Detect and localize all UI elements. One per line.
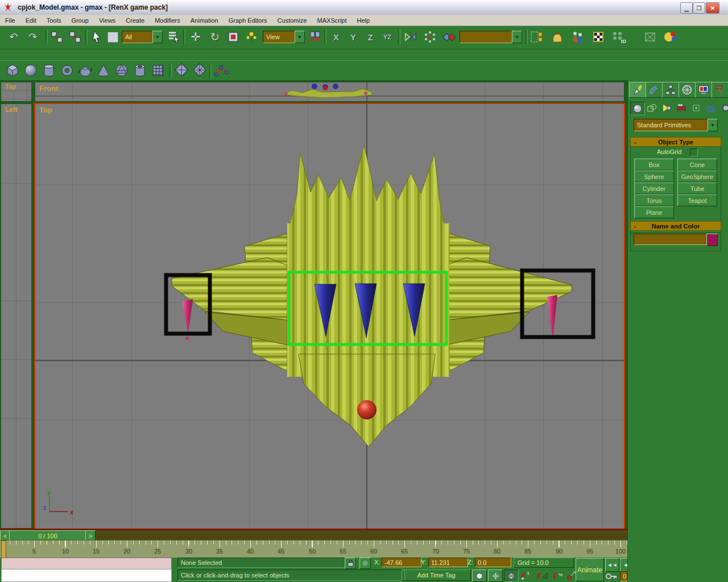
teapot-primitive-icon[interactable]	[77, 63, 93, 78]
viewport-mini-top[interactable]: Top	[1, 82, 31, 101]
angle-snap-toggle-button[interactable]	[536, 569, 551, 581]
plane-button[interactable]: Plane	[634, 206, 674, 218]
cameras-category-button[interactable]	[675, 102, 688, 114]
systems-category-button[interactable]	[719, 102, 728, 114]
select-and-move-icon[interactable]: ✛	[188, 29, 204, 45]
menu-tools[interactable]: Tools	[42, 17, 67, 24]
material-editor-icon[interactable]	[590, 29, 606, 45]
menu-modifiers[interactable]: Modifiers	[150, 17, 185, 24]
select-by-name-icon[interactable]	[166, 29, 182, 45]
animate-button[interactable]: Animate	[576, 558, 604, 581]
menu-graph-editors[interactable]: Graph Editors	[224, 17, 272, 24]
torus-primitive-icon[interactable]	[59, 63, 75, 78]
motion-panel-tab[interactable]	[679, 82, 696, 98]
tripatch-icon[interactable]	[192, 63, 208, 78]
restrict-x-button[interactable]: X	[329, 30, 344, 44]
select-and-rotate-icon[interactable]: ↻	[207, 29, 223, 45]
tube-primitive-icon[interactable]	[132, 63, 148, 78]
helpers-category-button[interactable]	[689, 102, 703, 114]
object-name-field[interactable]	[634, 234, 709, 245]
minimize-button[interactable]: ▁	[680, 2, 693, 14]
go-to-start-button[interactable]: ◄◄	[605, 558, 619, 572]
shapes-category-button[interactable]	[645, 102, 659, 114]
array-icon[interactable]	[422, 29, 438, 45]
snap-toggle-3-button[interactable]: 3	[520, 569, 535, 581]
menu-animation[interactable]: Animation	[185, 17, 224, 24]
select-object-icon[interactable]	[89, 29, 105, 45]
box-primitive-icon[interactable]	[5, 63, 20, 78]
axis-constraint-toggle-button[interactable]	[488, 569, 503, 582]
sphere-primitive-icon[interactable]	[23, 63, 39, 78]
tube-button[interactable]: Tube	[677, 182, 717, 194]
y-coordinate-field[interactable]: 11.231	[428, 558, 468, 567]
track-bar-ruler[interactable]: 5 10 15 20 25 30 35 40 45 50 55 60 65 70…	[0, 540, 628, 558]
primitives-category-dropdown[interactable]: Standard Primitives	[634, 119, 713, 131]
menu-maxscript[interactable]: MAXScript	[312, 17, 352, 24]
box-button[interactable]: Box	[634, 159, 674, 171]
selection-lock-button[interactable]	[345, 558, 356, 569]
model-creature[interactable]	[172, 145, 572, 447]
snap-3d-toggle-button[interactable]	[504, 569, 519, 582]
rectangular-selection-region-icon[interactable]	[105, 29, 121, 45]
menu-views[interactable]: Views	[94, 17, 121, 24]
set-key-button[interactable]	[605, 572, 618, 582]
primitives-dropdown-arrow-icon[interactable]: ▼	[708, 119, 718, 131]
name-color-rollout-header[interactable]: - Name and Color	[630, 221, 721, 231]
maxscript-listener-white[interactable]	[1, 569, 172, 582]
viewport-front[interactable]: Front	[35, 82, 624, 101]
track-view-icon[interactable]	[529, 29, 545, 45]
schematic-view-icon[interactable]	[549, 29, 565, 45]
use-center-flyout-icon[interactable]	[307, 29, 323, 45]
viewport-main-top[interactable]: y z x Top	[34, 103, 625, 530]
menu-edit[interactable]: Edit	[20, 17, 42, 24]
close-button[interactable]: ✕	[706, 2, 719, 14]
restrict-plane-button[interactable]: YZ	[380, 30, 395, 44]
utilities-panel-tab[interactable]	[712, 82, 728, 98]
object-type-rollout-header[interactable]: - Object Type	[630, 137, 721, 147]
teapot-button[interactable]: Teapot	[677, 194, 717, 206]
bones-icon[interactable]	[214, 63, 230, 78]
hierarchy-panel-tab[interactable]	[662, 82, 679, 98]
cylinder-button[interactable]: Cylinder	[634, 182, 674, 194]
undo-icon[interactable]: ↶	[6, 29, 22, 45]
x-coordinate-field[interactable]: -47.66	[382, 558, 421, 567]
reference-coordinate-arrow-icon[interactable]: ▼	[295, 31, 305, 43]
menu-help[interactable]: Help	[352, 17, 375, 24]
sphere-button[interactable]: Sphere	[634, 171, 674, 182]
quadpatch-icon[interactable]	[174, 63, 190, 78]
restrict-z-button[interactable]: Z	[363, 30, 378, 44]
cone-button[interactable]: Cone	[677, 159, 717, 171]
object-id-icon[interactable]: ID	[611, 29, 627, 45]
autogrid-checkbox[interactable]	[690, 148, 698, 156]
plane-primitive-icon[interactable]	[150, 63, 166, 78]
snap-toggle-button[interactable]	[472, 569, 487, 582]
align-icon[interactable]	[441, 29, 457, 45]
space-warps-category-button[interactable]	[704, 102, 718, 114]
mirror-icon[interactable]	[403, 29, 419, 45]
restore-button[interactable]: ❐	[693, 2, 705, 14]
time-slider-track[interactable]: < 0 / 100 >	[0, 530, 628, 540]
select-and-scale-icon[interactable]	[225, 29, 241, 45]
z-coordinate-field[interactable]: 0.0	[475, 558, 511, 567]
material-navigator-icon[interactable]	[570, 29, 586, 45]
selection-filter-arrow-icon[interactable]: ▼	[152, 31, 163, 43]
lights-category-button[interactable]	[660, 102, 673, 114]
menu-create[interactable]: Create	[121, 17, 150, 24]
render-icon[interactable]	[662, 29, 678, 45]
cylinder-primitive-icon[interactable]	[41, 63, 57, 78]
named-selection-sets-dropdown[interactable]	[460, 31, 518, 43]
percent-snap-toggle-button[interactable]: %	[552, 569, 566, 581]
frame-position-marker[interactable]	[1, 541, 6, 558]
object-color-swatch[interactable]	[706, 234, 718, 246]
viewport-left[interactable]: Left	[1, 104, 31, 528]
geometry-category-button[interactable]	[630, 102, 645, 115]
select-and-link-icon[interactable]	[49, 29, 65, 45]
absolute-offset-toggle[interactable]	[359, 558, 371, 569]
named-selection-sets-arrow-icon[interactable]: ▼	[512, 31, 522, 43]
views-redraw-icon[interactable]	[643, 29, 659, 45]
torus-button[interactable]: Torus	[634, 194, 674, 206]
add-time-tag[interactable]: Add Time Tag	[402, 569, 471, 581]
display-panel-tab[interactable]	[695, 82, 712, 98]
geosphere-button[interactable]: GeoSphere	[677, 171, 717, 182]
restrict-y-button[interactable]: Y	[346, 30, 361, 44]
